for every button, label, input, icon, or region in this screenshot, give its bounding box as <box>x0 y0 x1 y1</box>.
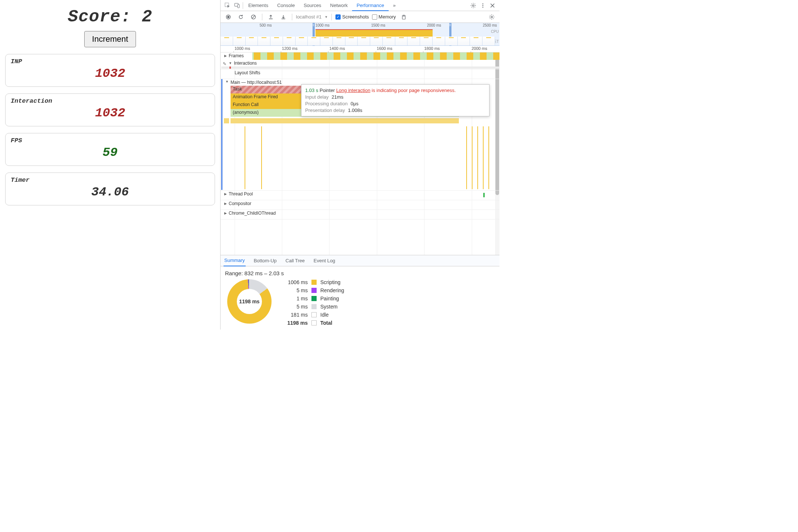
overview-minimap[interactable]: 500 ms 1000 ms 1500 ms 2000 ms 2500 ms C… <box>221 23 499 46</box>
tab-sources[interactable]: Sources <box>299 0 326 11</box>
interactions-track[interactable]: ✎ ▼ Interactions <box>221 60 499 69</box>
disclosure-right-icon[interactable]: ▶ <box>224 192 227 196</box>
gear-icon[interactable] <box>487 12 497 22</box>
interaction-marker[interactable] <box>229 66 231 69</box>
layout-shifts-label: Layout Shifts <box>235 70 260 75</box>
thread-pool-event[interactable] <box>483 193 485 197</box>
flame-bar[interactable] <box>224 118 229 123</box>
tab-elements[interactable]: Elements <box>244 0 273 11</box>
legend-swatch-system <box>311 304 317 309</box>
metric-label: Timer <box>11 177 209 184</box>
legend-swatch-total <box>311 320 317 325</box>
kebab-menu-icon[interactable] <box>478 1 488 10</box>
legend-swatch-painting <box>311 296 317 301</box>
metric-card-timer: Timer 34.06 <box>5 173 215 205</box>
disclosure-down-icon[interactable]: ▼ <box>229 61 232 65</box>
legend-ms: 1 ms <box>281 296 308 301</box>
thread-pool-label: Thread Pool <box>229 191 253 197</box>
metric-value-inp: 1032 <box>11 66 209 81</box>
profile-select[interactable]: localhost #1 ▼ <box>296 14 328 20</box>
tooltip-duration: 1.03 s <box>305 88 318 93</box>
tab-performance[interactable]: Performance <box>352 0 388 11</box>
memory-checkbox[interactable]: Memory <box>372 14 396 20</box>
download-icon[interactable] <box>279 12 288 22</box>
metric-card-interaction: Interaction 1032 <box>5 93 215 126</box>
devtools-pane: Elements Console Sources Network Perform… <box>220 0 499 330</box>
svg-point-6 <box>482 7 484 8</box>
legend-swatch-rendering <box>311 288 317 293</box>
legend-row-painting: 1 ms Painting <box>281 296 344 301</box>
summary-range: Range: 832 ms – 2.03 s <box>225 270 495 276</box>
layout-shifts-track[interactable]: Layout Shifts <box>221 69 499 79</box>
disclosure-right-icon[interactable]: ▶ <box>224 202 227 205</box>
legend-name: System <box>320 304 338 310</box>
increment-button[interactable]: Increment <box>84 31 136 47</box>
timeline-tick: 1200 ms <box>282 46 297 51</box>
thread-pool-track[interactable]: ▶ Thread Pool <box>221 191 499 200</box>
legend-row-scripting: 1006 ms Scripting <box>281 279 344 285</box>
overview-tick: 1500 ms <box>371 23 385 27</box>
timeline-body[interactable]: ▶ Frames ✎ ▼ Interactions <box>221 52 499 255</box>
overview-cpu-activity <box>316 29 433 37</box>
metric-card-fps: FPS 59 <box>5 133 215 166</box>
frames-label: Frames <box>229 53 244 58</box>
frames-track[interactable]: ▶ Frames <box>221 52 499 60</box>
close-icon[interactable] <box>488 1 497 10</box>
svg-point-3 <box>473 4 474 6</box>
child-io-track[interactable]: ▶ Chrome_ChildIOThread <box>221 210 499 219</box>
disclosure-down-icon[interactable]: ▼ <box>225 80 229 83</box>
clear-icon[interactable] <box>249 12 258 22</box>
timeline-tick: 1800 ms <box>424 46 440 51</box>
metric-label: Interaction <box>11 98 209 105</box>
tooltip-row-value: 1.008s <box>348 108 362 113</box>
svg-point-4 <box>482 3 484 4</box>
timeline-tick: 1600 ms <box>377 46 392 51</box>
overview-tick: 2000 ms <box>427 23 441 27</box>
legend-name: Painting <box>320 296 339 301</box>
tab-more[interactable]: » <box>389 0 400 11</box>
memory-label: Memory <box>379 14 396 20</box>
timeline-tick: 1400 ms <box>329 46 345 51</box>
legend-ms: 5 ms <box>281 287 308 293</box>
tooltip-link[interactable]: Long interaction <box>336 88 371 93</box>
compositor-track[interactable]: ▶ Compositor <box>221 200 499 210</box>
overview-tick: 2500 ms <box>483 23 497 27</box>
devtools-tabstrip: Elements Console Sources Network Perform… <box>221 0 499 11</box>
overview-thumbnails <box>221 37 495 45</box>
legend-name: Total <box>320 320 332 326</box>
overview-ruler: 500 ms 1000 ms 1500 ms 2000 ms 2500 ms <box>221 23 499 28</box>
tab-bottom-up[interactable]: Bottom-Up <box>253 258 277 263</box>
disclosure-right-icon[interactable]: ▶ <box>224 54 227 58</box>
gear-icon[interactable] <box>468 1 478 10</box>
tooltip-row-label: Input delay <box>305 94 329 100</box>
interaction-bar[interactable] <box>221 66 499 69</box>
perf-toolbar: localhost #1 ▼ ✓ Screenshots Memory <box>221 11 499 23</box>
tooltip-row-value: 21ms <box>332 94 344 100</box>
overview-cpu-label: CPU <box>491 30 499 34</box>
tab-network[interactable]: Network <box>326 0 352 11</box>
inspect-element-icon[interactable] <box>223 1 232 10</box>
tooltip-rest: is indicating poor page responsiveness. <box>372 88 456 93</box>
tooltip-row-value: 0μs <box>351 101 358 106</box>
upload-icon[interactable] <box>266 12 276 22</box>
flame-timeline[interactable]: 1000 ms 1200 ms 1400 ms 1600 ms 1800 ms … <box>221 46 499 255</box>
tab-event-log[interactable]: Event Log <box>313 258 336 263</box>
device-toggle-icon[interactable] <box>232 1 242 10</box>
tooltip-row-label: Presentation delay <box>305 108 345 113</box>
screenshots-checkbox[interactable]: ✓ Screenshots <box>335 14 369 20</box>
tab-summary[interactable]: Summary <box>224 255 246 266</box>
edit-icon[interactable]: ✎ <box>223 61 226 66</box>
record-icon[interactable] <box>224 12 233 22</box>
flame-bar[interactable] <box>231 118 459 123</box>
gc-icon[interactable] <box>399 12 409 22</box>
legend-row-total: 1198 ms Total <box>281 320 344 326</box>
tab-console[interactable]: Console <box>273 0 299 11</box>
tooltip-pointer-word: Pointer <box>320 88 335 93</box>
interaction-tooltip: 1.03 s Pointer Long interaction is indic… <box>301 84 490 116</box>
tab-call-tree[interactable]: Call Tree <box>285 258 306 263</box>
legend-swatch-idle <box>311 312 317 317</box>
summary-panel: Range: 832 ms – 2.03 s 1198 ms 1006 ms S… <box>221 266 499 330</box>
reload-record-icon[interactable] <box>236 12 246 22</box>
disclosure-right-icon[interactable]: ▶ <box>224 211 227 215</box>
metric-value-timer: 34.06 <box>11 185 209 199</box>
